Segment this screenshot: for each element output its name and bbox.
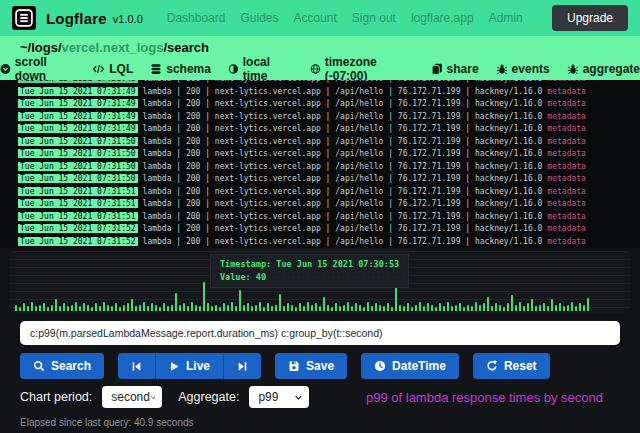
chart-bar[interactable] [123,305,125,312]
events-button[interactable]: events [496,62,550,76]
log-metadata-link[interactable]: metadata [547,112,586,121]
chart-bar[interactable] [127,303,129,311]
chart-bar[interactable] [571,302,573,311]
chart-bar[interactable] [111,306,113,311]
chart-bar[interactable] [391,307,393,311]
chart-bar[interactable] [59,306,61,311]
chart-bar[interactable] [103,302,105,311]
chart-bar[interactable] [555,305,557,312]
chart-bar[interactable] [359,305,361,312]
chart-bar[interactable] [563,306,565,311]
chart-bar[interactable] [291,305,293,312]
chart-bar[interactable] [371,306,373,311]
chart-bar[interactable] [339,306,341,311]
chart-bar[interactable] [407,303,409,311]
chart-bar[interactable] [175,293,177,311]
chart-bar[interactable] [459,303,461,311]
chart-bar[interactable] [39,305,41,312]
chart-bar[interactable] [535,306,537,311]
nav-guides[interactable]: Guides [240,11,278,25]
chart-bar[interactable] [295,307,297,311]
chart-bar[interactable] [575,306,577,311]
chart-bar[interactable] [319,306,321,311]
chart-bar[interactable] [443,306,445,311]
log-row[interactable]: Tue Jun 15 2021 07:31:50lambda | 200 | n… [0,148,640,161]
log-metadata-link[interactable]: metadata [547,149,586,158]
search-query-input[interactable] [20,321,620,345]
chart-bar[interactable] [223,303,225,311]
chart-bar[interactable] [239,290,241,311]
log-metadata-link[interactable]: metadata [547,187,586,196]
reset-button[interactable]: Reset [473,353,550,379]
log-row[interactable]: Tue Jun 15 2021 07:31:52lambda | 200 | n… [0,236,640,249]
log-row[interactable]: Tue Jun 15 2021 07:31:49lambda | 200 | n… [0,86,640,99]
chart-bar[interactable] [107,305,109,312]
chart-bar[interactable] [167,306,169,311]
chart-bar[interactable] [259,302,261,311]
chart-bar[interactable] [287,303,289,311]
chart-bar[interactable] [247,303,249,311]
log-metadata-link[interactable]: metadata [547,174,586,183]
chart-bar[interactable] [51,305,53,312]
chart-bar[interactable] [15,305,17,312]
nav-admin[interactable]: Admin [489,11,523,25]
datetime-button[interactable]: DateTime [361,353,459,379]
chart-bar[interactable] [199,306,201,311]
upgrade-button[interactable]: Upgrade [552,5,628,31]
chart-bar[interactable] [67,306,69,311]
chart-bar[interactable] [419,302,421,311]
chart-bar[interactable] [587,298,589,311]
chart-bar[interactable] [147,306,149,311]
chart-bar[interactable] [559,303,561,311]
chart-bar[interactable] [423,306,425,311]
chart-bar[interactable] [75,302,77,311]
chart-bar[interactable] [483,303,485,311]
log-metadata-link[interactable]: metadata [547,237,586,246]
chart-bar[interactable] [275,305,277,312]
local-time-toggle[interactable]: local time [228,55,293,83]
log-row[interactable]: Tue Jun 15 2021 07:31:48lambda | 200 | n… [0,80,640,86]
chart-bar[interactable] [507,303,509,311]
chart-bar[interactable] [131,299,133,311]
share-button[interactable]: share [431,62,479,76]
chart-bar[interactable] [447,302,449,311]
aggregate-button[interactable]: aggregate [567,62,640,76]
chart-bar[interactable] [427,303,429,311]
chart-bar[interactable] [303,306,305,311]
log-row[interactable]: Tue Jun 15 2021 07:31:51lambda | 200 | n… [0,198,640,211]
chart-bar[interactable] [19,307,21,311]
chart-bar[interactable] [499,305,501,312]
chart-bar[interactable] [403,306,405,311]
chart-bar[interactable] [27,306,29,311]
log-row[interactable]: Tue Jun 15 2021 07:31:51lambda | 200 | n… [0,186,640,199]
lql-button[interactable]: LQL [92,62,133,76]
chart-bar[interactable] [79,306,81,311]
chart-bar[interactable] [351,306,353,311]
chart-bar[interactable] [439,303,441,311]
chart-bar[interactable] [399,305,401,312]
chart-bar[interactable] [451,306,453,311]
chart-bar[interactable] [583,305,585,312]
save-button[interactable]: Save [275,353,347,379]
chart-bar[interactable] [567,305,569,312]
chart-bar[interactable] [311,305,313,312]
chart-bar[interactable] [203,282,205,311]
chart-bar[interactable] [271,306,273,311]
chart-bar[interactable] [411,307,413,311]
chart-bar[interactable] [215,305,217,312]
chart-bar[interactable] [527,303,529,311]
chart-bar[interactable] [55,299,57,311]
timezone-button[interactable]: timezone (-07:00) [310,55,414,83]
chart-bar[interactable] [415,305,417,312]
chart-bar[interactable] [387,303,389,311]
log-metadata-link[interactable]: metadata [547,162,586,171]
chart-bar[interactable] [471,306,473,311]
chart-bar[interactable] [183,303,185,311]
nav-sign-out[interactable]: Sign out [352,11,396,25]
log-row[interactable]: Tue Jun 15 2021 07:31:49lambda | 200 | n… [0,111,640,124]
chart-period-select[interactable]: second [102,386,162,408]
chart-bar[interactable] [523,306,525,311]
chart-bar[interactable] [539,305,541,312]
log-metadata-link[interactable]: metadata [547,99,586,108]
log-metadata-link[interactable]: metadata [547,80,586,83]
